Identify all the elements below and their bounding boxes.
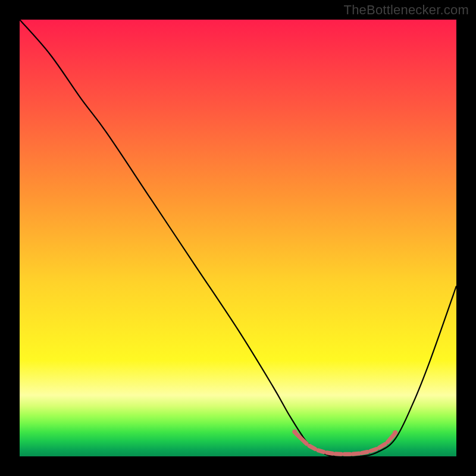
watermark-text: TheBottleneсker.com bbox=[344, 2, 469, 18]
svg-line-8 bbox=[371, 449, 376, 451]
svg-line-9 bbox=[379, 444, 385, 448]
plot-background bbox=[20, 20, 456, 456]
svg-point-12 bbox=[393, 430, 397, 435]
svg-line-3 bbox=[327, 453, 332, 453]
chart-frame: TheBottleneсker.com bbox=[0, 0, 476, 476]
bottleneck-chart bbox=[0, 0, 476, 476]
svg-point-11 bbox=[292, 429, 297, 434]
svg-line-2 bbox=[318, 450, 324, 452]
svg-line-7 bbox=[362, 452, 367, 453]
svg-line-1 bbox=[309, 446, 315, 449]
svg-line-6 bbox=[353, 453, 358, 454]
